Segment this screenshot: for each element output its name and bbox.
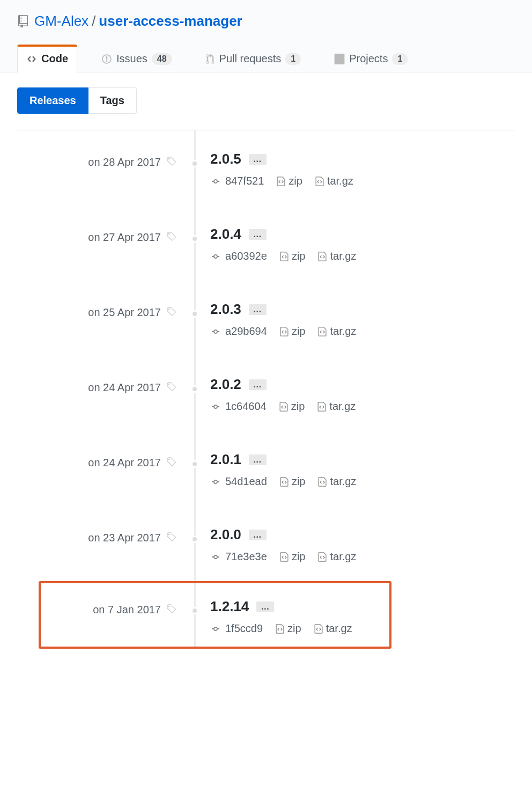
release-row: on 24 Apr 20172.0.2…1c64604ziptar.gz	[17, 356, 515, 431]
tags-tab[interactable]: Tags	[88, 87, 137, 114]
release-date: on 24 Apr 2017	[88, 382, 161, 394]
commit-sha: 847f521	[225, 175, 264, 187]
release-row: on 24 Apr 20172.0.1…54d1eadziptar.gz	[17, 431, 515, 506]
release-version-row: 2.0.1…	[210, 451, 515, 468]
timeline-dot	[191, 310, 198, 318]
timeline-dot	[191, 385, 198, 393]
tab-label: Issues	[116, 53, 147, 65]
ellipsis-button[interactable]: …	[249, 530, 267, 540]
release-body: 2.0.5…847f521ziptar.gz	[194, 151, 515, 187]
download-zip[interactable]: zip	[279, 400, 305, 413]
download-targz[interactable]: tar.gz	[318, 250, 356, 262]
download-zip[interactable]: zip	[277, 175, 302, 187]
tab-label: Pull requests	[219, 53, 282, 65]
tab-pull-requests[interactable]: Pull requests1	[196, 45, 311, 72]
release-version-row: 1.2.14…	[210, 598, 389, 615]
tag-icon	[166, 382, 176, 392]
owner-link[interactable]: GM-Alex	[34, 13, 88, 30]
targz-label: tar.gz	[327, 175, 353, 187]
release-body: 2.0.3…a29b694ziptar.gz	[194, 301, 515, 338]
commit-link[interactable]: 71e3e3e	[210, 551, 267, 563]
releases-list: on 28 Apr 20172.0.5…847f521ziptar.gzon 2…	[17, 130, 515, 649]
tab-label: Projects	[349, 53, 388, 65]
commit-link[interactable]: 1f5ccd9	[210, 622, 263, 635]
tag-icon	[166, 604, 176, 614]
release-body: 2.0.0…71e3e3eziptar.gz	[194, 526, 515, 563]
ellipsis-button[interactable]: …	[249, 454, 267, 465]
tab-projects[interactable]: Projects1	[325, 45, 417, 72]
release-version[interactable]: 2.0.4	[210, 226, 241, 243]
release-date-col: on 28 Apr 2017	[17, 151, 194, 187]
tab-issues[interactable]: Issues48	[92, 45, 181, 72]
repo-link[interactable]: user-access-manager	[99, 13, 242, 30]
release-date-col: on 25 Apr 2017	[17, 301, 194, 338]
release-version-row: 2.0.4…	[210, 226, 515, 243]
release-version[interactable]: 2.0.0	[210, 526, 241, 543]
breadcrumb: GM-Alex / user-access-manager	[17, 13, 515, 30]
tag-icon	[166, 306, 176, 317]
download-targz[interactable]: tar.gz	[318, 475, 356, 488]
commit-link[interactable]: a60392e	[210, 250, 267, 262]
repo-header: GM-Alex / user-access-manager CodeIssues…	[0, 0, 532, 72]
release-date: on 28 Apr 2017	[88, 156, 161, 168]
release-meta: 54d1eadziptar.gz	[210, 475, 515, 488]
tab-code[interactable]: Code	[17, 45, 77, 72]
zip-label: zip	[292, 551, 306, 563]
release-date: on 24 Apr 2017	[88, 457, 161, 469]
tab-counter: 1	[285, 53, 301, 65]
release-body: 2.0.1…54d1eadziptar.gz	[194, 451, 515, 488]
release-version[interactable]: 2.0.5	[210, 151, 241, 167]
download-zip[interactable]: zip	[280, 551, 306, 563]
zip-label: zip	[287, 622, 301, 635]
release-date-col: on 24 Apr 2017	[17, 451, 194, 488]
download-zip[interactable]: zip	[280, 325, 306, 338]
release-meta: a29b694ziptar.gz	[210, 325, 515, 338]
commit-sha: 54d1ead	[225, 475, 267, 488]
download-targz[interactable]: tar.gz	[318, 551, 356, 563]
download-targz[interactable]: tar.gz	[315, 175, 353, 187]
commit-link[interactable]: 54d1ead	[210, 475, 267, 488]
release-meta: a60392eziptar.gz	[210, 250, 515, 262]
download-targz[interactable]: tar.gz	[318, 325, 356, 338]
commit-link[interactable]: 1c64604	[210, 400, 267, 413]
release-version[interactable]: 1.2.14	[210, 598, 249, 615]
release-meta: 847f521ziptar.gz	[210, 175, 515, 187]
ellipsis-button[interactable]: …	[256, 601, 274, 612]
timeline-dot	[191, 235, 198, 243]
release-date: on 27 Apr 2017	[88, 231, 161, 244]
ellipsis-button[interactable]: …	[249, 379, 267, 390]
tag-icon	[166, 231, 176, 242]
release-version[interactable]: 2.0.2	[210, 376, 241, 393]
download-zip[interactable]: zip	[280, 250, 306, 262]
release-version[interactable]: 2.0.1	[210, 451, 241, 468]
release-date-col: on 24 Apr 2017	[17, 376, 194, 413]
releases-tab[interactable]: Releases	[17, 87, 88, 114]
release-version-row: 2.0.3…	[210, 301, 515, 318]
targz-label: tar.gz	[329, 400, 356, 413]
commit-link[interactable]: a29b694	[210, 325, 267, 338]
release-meta: 1f5ccd9ziptar.gz	[210, 622, 389, 635]
download-zip[interactable]: zip	[276, 622, 301, 635]
ellipsis-button[interactable]: …	[249, 154, 267, 165]
zip-label: zip	[292, 475, 306, 488]
tag-icon	[166, 156, 176, 167]
download-targz[interactable]: tar.gz	[317, 400, 356, 413]
release-date: on 23 Apr 2017	[88, 532, 161, 544]
download-targz[interactable]: tar.gz	[314, 622, 352, 635]
zip-label: zip	[292, 325, 306, 338]
repo-icon	[17, 15, 29, 28]
commit-link[interactable]: 847f521	[210, 175, 264, 187]
release-body: 2.0.4…a60392eziptar.gz	[194, 226, 515, 262]
release-date-col: on 7 Jan 2017	[41, 598, 194, 635]
ellipsis-button[interactable]: …	[249, 229, 267, 240]
timeline-dot	[191, 460, 198, 468]
release-row: on 28 Apr 20172.0.5…847f521ziptar.gz	[17, 130, 515, 206]
download-zip[interactable]: zip	[280, 475, 306, 488]
repo-tabs: CodeIssues48Pull requests1Projects1	[17, 45, 515, 72]
release-row: on 23 Apr 20172.0.0…71e3e3eziptar.gz	[17, 506, 515, 581]
issue-icon	[101, 54, 112, 64]
tab-counter: 1	[392, 53, 408, 65]
release-version[interactable]: 2.0.3	[210, 301, 241, 318]
release-version-row: 2.0.5…	[210, 151, 515, 167]
ellipsis-button[interactable]: …	[249, 304, 267, 315]
